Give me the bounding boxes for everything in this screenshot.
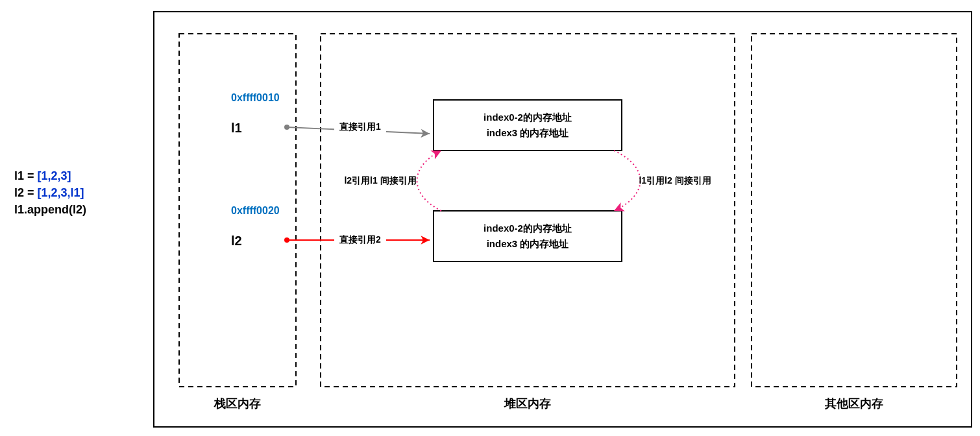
heap-region-label: 堆区内存 (504, 397, 551, 410)
l2-refs-l1-curve (417, 151, 442, 211)
l2-arrow-label: 直接引用2 (339, 234, 381, 245)
other-region-label: 其他区内存 (824, 397, 883, 410)
other-region (752, 34, 957, 387)
l2-refs-l1-label: l2引用l1 间接引用 (344, 175, 416, 186)
l1-arrow-label: 直接引用1 (339, 121, 381, 132)
heap-l1-line1: index0-2的内存地址 (484, 112, 572, 123)
heap-l1-line2: index3 的内存地址 (487, 127, 569, 138)
addr-l2: 0xffff0020 (231, 205, 280, 216)
addr-l1: 0xffff0010 (231, 92, 280, 103)
var-l2: l2 (231, 234, 242, 248)
var-l1: l1 (231, 121, 242, 135)
stack-region-label: 栈区内存 (214, 397, 261, 410)
heap-l2-line1: index0-2的内存地址 (484, 223, 572, 234)
heap-object-l2 (434, 211, 622, 261)
memory-diagram: 栈区内存 堆区内存 其他区内存 0xffff0010 l1 0xffff0020… (0, 0, 980, 436)
heap-object-l1 (434, 100, 622, 151)
l1-refs-l2-curve (614, 151, 641, 211)
l1-refs-l2-label: l1引用l2 间接引用 (639, 175, 711, 186)
heap-l2-line2: index3 的内存地址 (487, 238, 569, 249)
